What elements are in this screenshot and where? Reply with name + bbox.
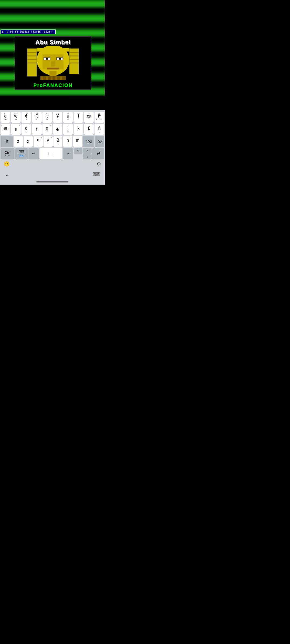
svg-rect-27 — [46, 54, 47, 55]
key-semicolon[interactable]: ñ ç — [95, 124, 104, 135]
key-j[interactable]: j ‹ › — [63, 124, 73, 135]
svg-rect-28 — [47, 55, 48, 56]
key-l[interactable]: i £ \ — [84, 124, 94, 135]
pharaoh-art — [18, 46, 88, 80]
svg-rect-20 — [69, 56, 79, 56]
key-u[interactable]: F7 μ & — [63, 112, 73, 123]
keyboard-icon: ⌨ — [19, 149, 24, 154]
svg-rect-36 — [55, 55, 55, 56]
svg-rect-41 — [59, 55, 60, 55]
key-k[interactable]: k ' ' — [74, 124, 83, 135]
ctrl-key[interactable]: Ctrl πλ∇¬ — [1, 148, 15, 159]
space-key[interactable]: ⌴ — [39, 148, 62, 159]
delete-key[interactable]: ⌦ — [95, 136, 104, 147]
svg-rect-42 — [60, 56, 61, 56]
svg-rect-15 — [27, 52, 37, 53]
nav-row-bottom: ↓ — [74, 154, 92, 159]
svg-rect-13 — [47, 68, 59, 69]
fn-key[interactable]: ⌨ Fn — [15, 148, 28, 159]
key-s[interactable]: i s — [11, 124, 21, 135]
nav-pgup-key[interactable]: ↗ — [83, 148, 92, 153]
key-h[interactable]: ◌̈ ɇ — [53, 124, 63, 135]
keyboard-expand-row: 🙂 ⚙ — [1, 160, 104, 168]
game-title: Abu Simbel — [35, 39, 71, 46]
key-x[interactable]: x — [24, 136, 33, 147]
key-d[interactable]: ◌̊ d ◌̡ — [21, 124, 31, 135]
key-z[interactable]: z — [14, 136, 23, 147]
play-icon: ▶ — [2, 30, 4, 33]
nav-pgdn-key[interactable]: ↓ — [83, 154, 92, 159]
key-v[interactable]: » v · — [44, 136, 53, 147]
nav-home-key[interactable]: ↖ — [74, 148, 82, 153]
svg-rect-44 — [41, 76, 43, 80]
svg-rect-17 — [27, 59, 37, 60]
nav-cluster: ↖ ↗ ↓ — [74, 148, 92, 159]
svg-rect-19 — [69, 52, 79, 53]
game-display: Abu Simbel — [15, 36, 91, 90]
svg-rect-32 — [51, 55, 52, 56]
shift-key[interactable]: ⇧ — [1, 136, 13, 147]
key-e[interactable]: i F3 € # — [21, 112, 31, 123]
svg-rect-8 — [46, 58, 48, 60]
nav-row-top: ↖ ↗ — [74, 148, 92, 153]
collapse-keyboard-button[interactable]: ⌄ — [4, 171, 9, 178]
key-a[interactable]: \t i æ ` — [1, 124, 10, 135]
emoji-button[interactable]: 🙂 — [4, 161, 10, 167]
svg-rect-30 — [49, 56, 50, 56]
home-indicator — [0, 179, 105, 185]
keyboard-row-2: \t i æ ` i s ◌̊ d ◌̡ f − g + ◌̈ ɇ j ‹ › — [1, 124, 104, 135]
svg-rect-48 — [60, 76, 62, 80]
key-q[interactable]: F1 q Ins — [1, 112, 10, 123]
status-text: ▶ 00:58 (0058) [03:45 (0225)] — [7, 30, 54, 33]
key-w[interactable]: ~ F2 w @ — [11, 112, 21, 123]
svg-rect-38 — [57, 56, 57, 56]
key-m[interactable]: : m , — [73, 136, 82, 147]
svg-rect-26 — [45, 56, 46, 56]
game-inner: Abu Simbel — [15, 37, 91, 89]
right-arrow-key[interactable]: → — [63, 148, 73, 159]
svg-rect-35 — [54, 54, 54, 55]
emulator-screen: ▶ ▶ 00:58 (0058) [03:45 (0225)] Abu Simb… — [0, 0, 105, 97]
settings-button[interactable]: ⚙ — [97, 161, 101, 167]
key-n[interactable]: ◌̃ n ; — [63, 136, 72, 147]
ctrl-label: Ctrl — [5, 151, 10, 155]
key-b[interactable]: ¿ Ƀ /¿ — [53, 136, 63, 147]
svg-rect-43 — [40, 76, 66, 80]
svg-rect-11 — [59, 58, 61, 60]
svg-rect-37 — [56, 55, 56, 55]
backspace-key[interactable]: ⌫ — [83, 136, 94, 147]
key-y[interactable]: F6 ¥ ¬ — [53, 112, 63, 123]
key-g[interactable]: − g + — [42, 124, 52, 135]
home-bar — [36, 181, 68, 182]
key-i[interactable]: F8 i ° — [74, 112, 83, 123]
key-t[interactable]: F5 t ‰ — [42, 112, 52, 123]
key-r[interactable]: F4 ₹ $ — [32, 112, 42, 123]
key-c[interactable]: « ¢ ... — [34, 136, 43, 147]
svg-rect-3 — [37, 48, 70, 52]
svg-rect-47 — [55, 76, 57, 80]
status-bar: ▶ ▶ 00:58 (0058) [03:45 (0225)] — [1, 30, 56, 34]
key-o[interactable]: F9 œ " " — [84, 112, 94, 123]
svg-rect-39 — [57, 54, 58, 55]
svg-rect-29 — [48, 55, 49, 55]
svg-rect-21 — [69, 59, 79, 60]
ctrl-sub: πλ∇¬ — [5, 155, 10, 157]
svg-rect-22 — [69, 63, 79, 63]
svg-rect-45 — [46, 76, 48, 80]
keyboard-toolbar: ⌄ ⌨ — [0, 169, 105, 179]
below-emulator — [0, 97, 105, 110]
keyboard-row-1: F1 q Ins ~ F2 w @ i F3 € # F4 ₹ $ F5 t ‰… — [1, 112, 104, 123]
svg-rect-16 — [27, 56, 37, 56]
key-p[interactable]: F10 ₱ F1F12 — [95, 112, 104, 123]
svg-rect-25 — [44, 55, 45, 55]
svg-rect-23 — [42, 54, 43, 55]
svg-rect-14 — [49, 71, 56, 76]
return-key[interactable]: ↵ — [92, 148, 104, 159]
left-arrow-key[interactable]: ← — [28, 148, 39, 159]
key-f[interactable]: f — [32, 124, 42, 135]
fn-label: Fn — [19, 154, 24, 158]
svg-rect-31 — [50, 54, 50, 55]
keyboard-bottom-row: Ctrl πλ∇¬ ⌨ Fn ← ⌴ → ↖ ↗ ↓ — [1, 148, 104, 159]
keyboard-toggle-button[interactable]: ⌨ — [93, 171, 100, 177]
svg-rect-33 — [52, 55, 52, 55]
